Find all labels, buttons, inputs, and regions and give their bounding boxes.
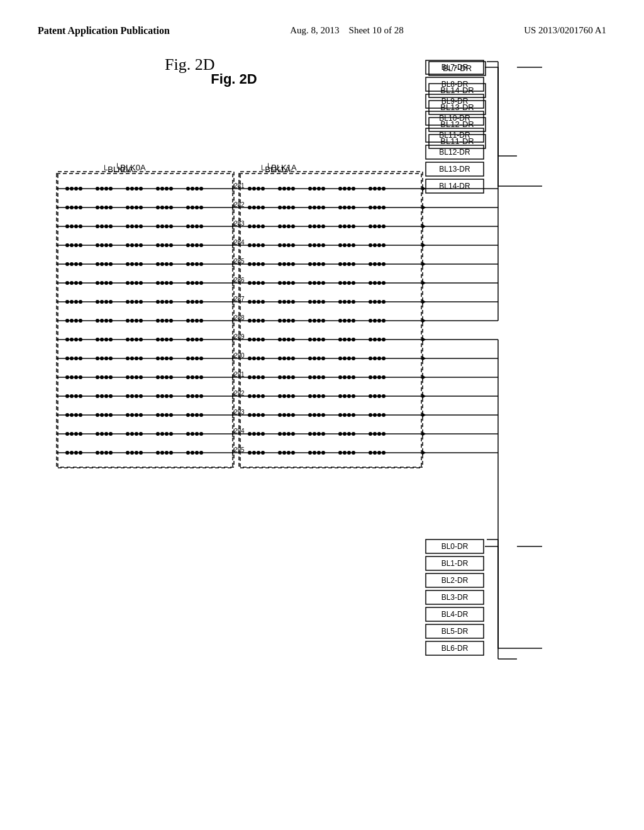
- patent-number: US 2013/0201760 A1: [524, 25, 606, 36]
- sheet-info: Sheet 10 of 28: [349, 25, 404, 35]
- pub-date: Aug. 8, 2013: [290, 25, 339, 35]
- publication-title: Patent Application Publication: [38, 25, 170, 36]
- diagram-canvas: [39, 49, 605, 766]
- header-center: Aug. 8, 2013 Sheet 10 of 28: [290, 25, 403, 36]
- page-header: Patent Application Publication Aug. 8, 2…: [0, 0, 644, 36]
- diagram-area: Fig. 2D BL14-DR BL13-DR BL12-DR BL11-DR …: [39, 49, 605, 778]
